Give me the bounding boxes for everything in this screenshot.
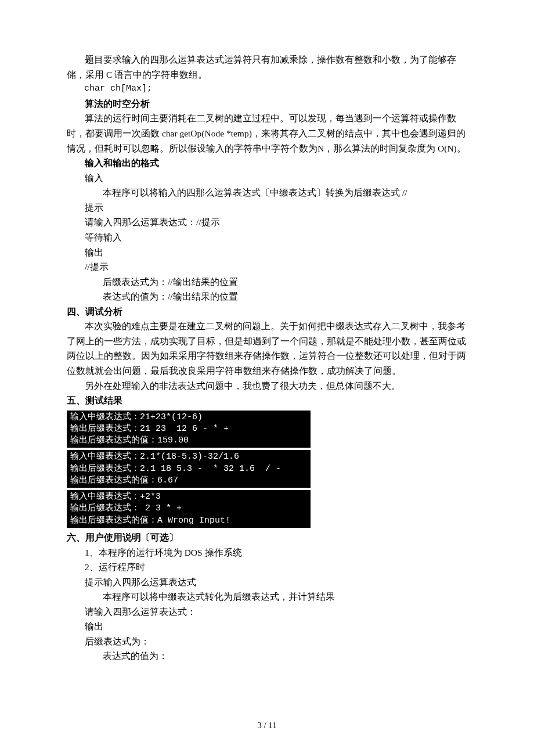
usage-line: 请输入四那么运算表达式： <box>67 604 467 620</box>
paragraph-algo: 算法的运行时间主要消耗在二叉树的建立过程中。可以发现，每当遇到一个运算符或操作数… <box>67 111 467 156</box>
page-number: 3 / 11 <box>0 718 534 733</box>
console-line: 输入中缀表达式：21+23*(12-6) <box>70 412 203 422</box>
io-wait: 等待输入 <box>67 230 467 245</box>
console-line: 输出后缀表达式的值：159.00 <box>70 435 189 445</box>
io-hint2: //提示 <box>67 260 467 275</box>
paragraph-intro: 题目要求输入的四那么运算表达式运算符只有加减乘除，操作数有整数和小数，为了能够存… <box>67 52 467 82</box>
console-line: 输出后缀表达式：2.1 18 5.3 - * 32 1.6 / - <box>70 464 281 474</box>
io-hint-label: 提示 <box>67 200 467 215</box>
heading-test: 五、测试结果 <box>67 393 467 408</box>
console-line: 输入中缀表达式：+2*3 <box>70 492 161 502</box>
page: 题目要求输入的四那么运算表达式运算符只有加减乘除，操作数有整数和小数，为了能够存… <box>0 0 534 756</box>
console-line: 输入中缀表达式：2.1*(18-5.3)-32/1.6 <box>70 452 239 462</box>
code-line: char ch[Max]; <box>67 82 467 96</box>
console-block-3: 输入中缀表达式：+2*3 输出后缀表达式： 2 3 * + 输出后缀表达式的值：… <box>67 490 311 528</box>
console-block-2: 输入中缀表达式：2.1*(18-5.3)-32/1.6 输出后缀表达式：2.1 … <box>67 450 311 488</box>
usage-line: 输出 <box>67 619 467 634</box>
paragraph-debug-2: 另外在处理输入的非法表达式问题中，我也费了很大功夫，但总体问题不大。 <box>67 379 467 394</box>
usage-line: 1、本程序的运行环境为 DOS 操作系统 <box>67 545 467 560</box>
usage-line: 提示输入四那么运算表达式 <box>67 575 467 590</box>
io-prompt: 请输入四那么运算表达式：//提示 <box>67 215 467 230</box>
io-output-label: 输出 <box>67 245 467 260</box>
heading-io: 输入和输出的格式 <box>67 156 467 171</box>
usage-line: 2、运行程序时 <box>67 560 467 575</box>
usage-line: 表达式的值为： <box>67 649 467 664</box>
console-line: 输出后缀表达式的值：A Wrong Input! <box>70 516 230 525</box>
heading-algo: 算法的时空分析 <box>67 96 467 111</box>
usage-line: 本程序可以将中缀表达式转化为后缀表达式，并计算结果 <box>67 589 467 604</box>
io-input-label: 输入 <box>67 171 467 186</box>
console-line: 输出后缀表达式：21 23 12 6 - * + <box>70 424 229 434</box>
console-line: 输出后缀表达式的值：6.67 <box>70 476 178 485</box>
paragraph-debug-1: 本次实验的难点主要是在建立二叉树的问题上。关于如何把中缀表达式存入二叉树中，我参… <box>67 319 467 378</box>
io-desc: 本程序可以将输入的四那么运算表达式〔中缀表达式〕转换为后缀表达式 // <box>67 185 467 200</box>
console-line: 输出后缀表达式： 2 3 * + <box>70 503 182 513</box>
io-postfix: 后缀表达式为：//输出结果的位置 <box>67 275 467 290</box>
io-value: 表达式的值为：//输出结果的位置 <box>67 289 467 304</box>
usage-line: 后缀表达式为： <box>67 634 467 649</box>
heading-usage: 六、用户使用说明〔可选〕 <box>67 530 467 545</box>
heading-debug: 四、调试分析 <box>67 304 467 319</box>
console-block-1: 输入中缀表达式：21+23*(12-6) 输出后缀表达式：21 23 12 6 … <box>67 411 311 448</box>
